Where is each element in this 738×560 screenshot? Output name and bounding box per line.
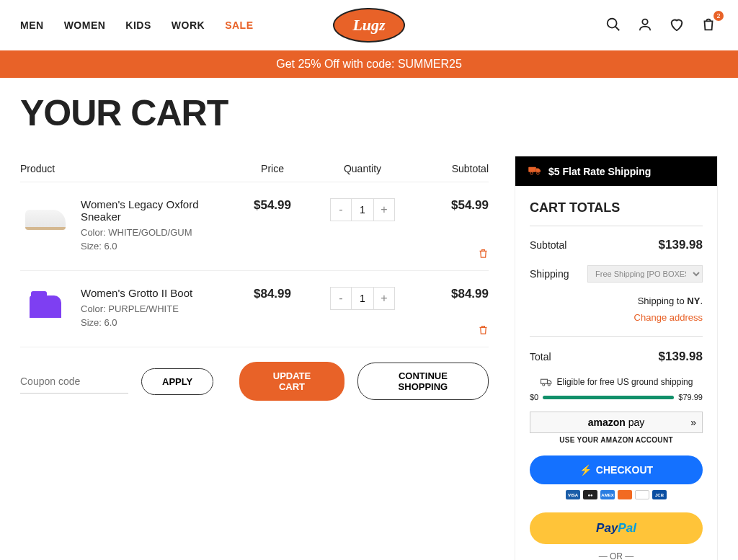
shipping-label: Shipping bbox=[530, 268, 569, 280]
page-title-text: YOUR CART bbox=[20, 92, 718, 134]
progress-bar bbox=[543, 396, 674, 399]
main-nav: MEN WOMEN KIDS WORK SALE bbox=[20, 19, 253, 31]
svg-rect-3 bbox=[528, 167, 536, 172]
paypal-button[interactable]: PayPal bbox=[530, 512, 703, 544]
svg-point-5 bbox=[537, 172, 540, 175]
discover-icon bbox=[618, 490, 632, 499]
product-thumb[interactable] bbox=[20, 198, 71, 241]
cart-header-row: Product Price Quantity Subtotal bbox=[20, 156, 489, 182]
nav-kids[interactable]: KIDS bbox=[125, 19, 151, 31]
qty-input[interactable] bbox=[351, 199, 374, 221]
product-subtotal: $54.99 bbox=[417, 198, 489, 254]
qty-input[interactable] bbox=[351, 288, 374, 309]
product-color: Color: PURPLE/WHITE bbox=[81, 303, 236, 314]
remove-item-icon[interactable] bbox=[478, 248, 489, 262]
amazon-subtext: USE YOUR AMAZON ACCOUNT bbox=[530, 436, 703, 444]
qty-decrease-button[interactable]: - bbox=[331, 199, 351, 221]
visa-icon: VISA bbox=[566, 490, 580, 499]
continue-shopping-button[interactable]: CONTINUE SHOPPING bbox=[357, 363, 489, 400]
ct-icon bbox=[635, 490, 649, 499]
col-price: Price bbox=[236, 163, 308, 174]
nav-work[interactable]: WORK bbox=[172, 19, 205, 31]
col-product: Product bbox=[20, 163, 236, 174]
svg-point-7 bbox=[542, 383, 544, 386]
shipping-select[interactable]: Free Shipping [PO BOXES NOT ALL bbox=[587, 265, 703, 283]
remove-item-icon[interactable] bbox=[478, 324, 489, 338]
free-shipping-eligible: Eligible for free US ground shipping bbox=[530, 377, 703, 387]
product-size: Size: 6.0 bbox=[81, 317, 236, 328]
apply-coupon-button[interactable]: APPLY bbox=[141, 368, 213, 395]
product-price: $84.99 bbox=[236, 287, 308, 331]
nav-men[interactable]: MEN bbox=[20, 19, 44, 31]
quantity-stepper: - + bbox=[330, 287, 395, 310]
subtotal-value: $139.98 bbox=[659, 238, 703, 252]
product-name[interactable]: Women's Grotto II Boot bbox=[81, 287, 236, 299]
logo[interactable]: Lugz bbox=[333, 8, 405, 43]
cart-actions: APPLY UPDATE CART CONTINUE SHOPPING bbox=[20, 347, 489, 415]
col-quantity: Quantity bbox=[308, 163, 417, 174]
svg-point-4 bbox=[530, 172, 533, 175]
col-subtotal: Subtotal bbox=[417, 163, 489, 174]
svg-point-8 bbox=[548, 383, 550, 386]
shipping-to: Shipping to NY. bbox=[530, 295, 703, 306]
qty-increase-button[interactable]: + bbox=[374, 288, 394, 309]
product-color: Color: WHITE/GOLD/GUM bbox=[81, 227, 236, 238]
cart-row: Women's Legacy Oxford Sneaker Color: WHI… bbox=[20, 182, 489, 271]
search-icon[interactable] bbox=[604, 15, 623, 36]
logo-text: Lugz bbox=[352, 16, 385, 35]
cart-badge: 2 bbox=[713, 11, 724, 21]
svg-point-0 bbox=[608, 18, 617, 27]
wishlist-icon[interactable] bbox=[667, 15, 686, 36]
product-thumb[interactable] bbox=[20, 287, 71, 330]
mastercard-icon: ●● bbox=[583, 490, 597, 499]
truck-icon bbox=[527, 164, 543, 179]
change-address-link[interactable]: Change address bbox=[530, 312, 703, 323]
header-icons: 2 bbox=[604, 15, 718, 36]
svg-point-2 bbox=[642, 19, 647, 24]
total-value: $139.98 bbox=[659, 350, 703, 364]
subtotal-label: Subtotal bbox=[530, 239, 566, 251]
cart-totals-title: CART TOTALS bbox=[530, 200, 703, 226]
svg-line-1 bbox=[615, 26, 620, 30]
account-icon[interactable] bbox=[636, 15, 654, 36]
checkout-button[interactable]: ⚡ CHECKOUT bbox=[530, 455, 703, 484]
shipping-banner: $5 Flat Rate Shipping bbox=[515, 156, 717, 186]
header: MEN WOMEN KIDS WORK SALE Lugz 2 bbox=[0, 0, 738, 50]
amazon-pay-button[interactable]: amazon pay » bbox=[530, 412, 703, 433]
product-name[interactable]: Women's Legacy Oxford Sneaker bbox=[81, 198, 236, 223]
shipping-banner-text: $5 Flat Rate Shipping bbox=[548, 166, 651, 177]
shipping-progress: $0 $79.99 bbox=[530, 393, 703, 401]
qty-increase-button[interactable]: + bbox=[374, 199, 394, 221]
update-cart-button[interactable]: UPDATE CART bbox=[239, 362, 344, 401]
total-label: Total bbox=[530, 351, 551, 363]
progress-max: $79.99 bbox=[678, 393, 703, 401]
qty-decrease-button[interactable]: - bbox=[331, 288, 351, 309]
progress-min: $0 bbox=[530, 393, 538, 401]
nav-women[interactable]: WOMEN bbox=[64, 19, 106, 31]
amex-icon: AMEX bbox=[600, 490, 615, 499]
cart-table: Product Price Quantity Subtotal Women's … bbox=[20, 156, 489, 415]
nav-sale[interactable]: SALE bbox=[225, 19, 253, 31]
payment-cards: VISA ●● AMEX JCB bbox=[530, 490, 703, 499]
quantity-stepper: - + bbox=[330, 198, 395, 221]
jcb-icon: JCB bbox=[652, 490, 667, 499]
coupon-input[interactable] bbox=[20, 370, 128, 394]
product-size: Size: 6.0 bbox=[81, 241, 236, 252]
page-title: YOUR CART bbox=[0, 78, 738, 156]
chevron-right-icon: » bbox=[690, 417, 696, 428]
cart-row: Women's Grotto II Boot Color: PURPLE/WHI… bbox=[20, 271, 489, 347]
product-price: $54.99 bbox=[236, 198, 308, 254]
svg-rect-6 bbox=[541, 379, 547, 383]
promo-bar: Get 25% Off with code: SUMMER25 bbox=[0, 50, 738, 78]
cart-totals-sidebar: $5 Flat Rate Shipping CART TOTALS Subtot… bbox=[515, 156, 718, 560]
cart-icon[interactable]: 2 bbox=[699, 15, 718, 36]
lightning-icon: ⚡ bbox=[579, 464, 592, 476]
or-separator: — OR — bbox=[530, 551, 703, 560]
